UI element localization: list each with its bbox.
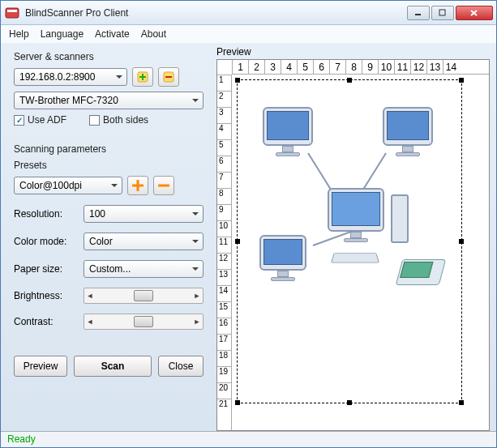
window-title: BlindScanner Pro Client xyxy=(25,7,407,19)
ruler-tick: 18 xyxy=(217,350,231,366)
ruler-tick: 13 xyxy=(426,60,443,74)
ruler-tick: 9 xyxy=(217,204,231,220)
ruler-tick: 3 xyxy=(264,60,281,74)
checkbox-icon xyxy=(89,115,100,126)
resolution-label: Resolution: xyxy=(14,208,84,220)
ruler-tick: 1 xyxy=(232,60,248,74)
svg-rect-3 xyxy=(439,10,445,15)
plus-green-icon xyxy=(136,70,149,83)
ruler-tick: 11 xyxy=(394,60,410,74)
ruler-tick: 16 xyxy=(217,318,231,334)
ruler-tick: 2 xyxy=(217,91,231,107)
minimize-button[interactable] xyxy=(407,6,430,20)
arrow-left-icon[interactable]: ◄ xyxy=(84,318,96,326)
statusbar: Ready xyxy=(1,431,496,447)
brightness-label: Brightness: xyxy=(14,290,84,301)
ruler-tick: 14 xyxy=(217,285,231,301)
ruler-tick: 9 xyxy=(362,60,378,74)
contrast-label: Contrast: xyxy=(14,316,84,327)
plus-orange-icon xyxy=(132,180,144,191)
papersize-label: Paper size: xyxy=(14,263,84,275)
remove-server-button[interactable] xyxy=(158,67,179,87)
menu-activate[interactable]: Activate xyxy=(95,28,130,40)
ruler-tick: 8 xyxy=(345,60,362,74)
resolution-combo[interactable]: 100 xyxy=(84,205,204,223)
ruler-horizontal: 1234567891011121314 xyxy=(232,60,489,75)
server-group-title: Server & scanners xyxy=(14,51,204,62)
ruler-tick: 5 xyxy=(217,139,231,156)
ruler-tick: 6 xyxy=(217,156,231,172)
minus-orange-icon xyxy=(158,180,169,191)
ruler-tick: 4 xyxy=(217,123,231,139)
remove-preset-button[interactable] xyxy=(153,176,174,195)
ruler-tick: 11 xyxy=(217,237,231,253)
preview-area[interactable]: 1234567891011121314 12345678910111213141… xyxy=(216,59,490,431)
ruler-tick: 10 xyxy=(378,60,394,74)
preview-canvas[interactable] xyxy=(232,75,489,430)
papersize-combo[interactable]: Custom... xyxy=(84,260,204,278)
ruler-tick: 10 xyxy=(217,220,231,237)
ruler-tick: 21 xyxy=(217,399,231,415)
both-sides-checkbox[interactable]: Both sides xyxy=(89,114,148,126)
ruler-vertical: 123456789101112131415161718192021 xyxy=(217,75,232,430)
arrow-right-icon[interactable]: ► xyxy=(191,292,203,300)
menu-about[interactable]: About xyxy=(141,28,166,40)
menu-help[interactable]: Help xyxy=(9,28,29,40)
svg-rect-0 xyxy=(6,8,19,18)
arrow-right-icon[interactable]: ► xyxy=(191,318,203,326)
arrow-left-icon[interactable]: ◄ xyxy=(84,292,96,300)
titlebar[interactable]: BlindScanner Pro Client xyxy=(1,1,496,25)
brightness-slider[interactable]: ◄► xyxy=(84,288,204,304)
colormode-combo[interactable]: Color xyxy=(84,233,204,250)
ruler-tick: 20 xyxy=(217,382,231,399)
app-window: BlindScanner Pro Client Help Language Ac… xyxy=(0,0,497,448)
svg-rect-1 xyxy=(7,10,17,12)
ruler-tick: 7 xyxy=(217,172,231,188)
minus-red-icon xyxy=(162,70,175,83)
close-window-button[interactable] xyxy=(456,6,493,20)
params-group-title: Scanning parameters xyxy=(14,143,204,155)
add-preset-button[interactable] xyxy=(127,176,148,195)
close-button[interactable]: Close xyxy=(158,356,204,377)
ruler-tick: 3 xyxy=(217,107,231,123)
ruler-tick: 6 xyxy=(313,60,329,74)
scanner-combo[interactable]: TW-Brother MFC-7320 xyxy=(14,92,204,109)
status-text: Ready xyxy=(7,433,36,445)
ruler-tick: 1 xyxy=(217,75,231,91)
add-server-button[interactable] xyxy=(132,67,153,87)
contrast-slider[interactable]: ◄► xyxy=(84,314,204,330)
server-group: Server & scanners 192.168.0.2:8900 TW-Br… xyxy=(7,46,210,134)
ruler-tick: 12 xyxy=(410,60,426,74)
menubar: Help Language Activate About xyxy=(1,25,496,43)
app-icon xyxy=(4,5,20,21)
ruler-tick: 15 xyxy=(217,301,231,318)
server-address-combo[interactable]: 192.168.0.2:8900 xyxy=(14,68,127,86)
presets-label: Presets xyxy=(14,160,204,171)
ruler-tick: 5 xyxy=(297,60,313,74)
preview-panel: Preview 1234567891011121314 123456789101… xyxy=(216,46,490,431)
ruler-tick: 4 xyxy=(281,60,297,74)
ruler-tick: 14 xyxy=(443,60,459,74)
ruler-tick: 2 xyxy=(248,60,264,74)
preview-image xyxy=(248,99,443,309)
ruler-tick: 7 xyxy=(329,60,345,74)
ruler-tick: 17 xyxy=(217,334,231,350)
colormode-label: Color mode: xyxy=(14,236,84,247)
use-adf-checkbox[interactable]: Use ADF xyxy=(14,114,66,126)
menu-language[interactable]: Language xyxy=(41,28,84,40)
preview-label: Preview xyxy=(216,46,490,58)
ruler-tick: 19 xyxy=(217,366,231,382)
ruler-tick: 8 xyxy=(217,188,231,204)
params-group: Scanning parameters Presets Color@100dpi… xyxy=(7,139,210,338)
ruler-tick: 12 xyxy=(217,253,231,269)
ruler-tick: 13 xyxy=(217,269,231,285)
maximize-button[interactable] xyxy=(431,6,454,20)
checkbox-checked-icon xyxy=(14,115,24,126)
preview-button[interactable]: Preview xyxy=(14,356,67,377)
preset-combo[interactable]: Color@100dpi xyxy=(14,177,122,194)
scan-button[interactable]: Scan xyxy=(74,356,152,377)
left-panel: Server & scanners 192.168.0.2:8900 TW-Br… xyxy=(7,46,210,431)
